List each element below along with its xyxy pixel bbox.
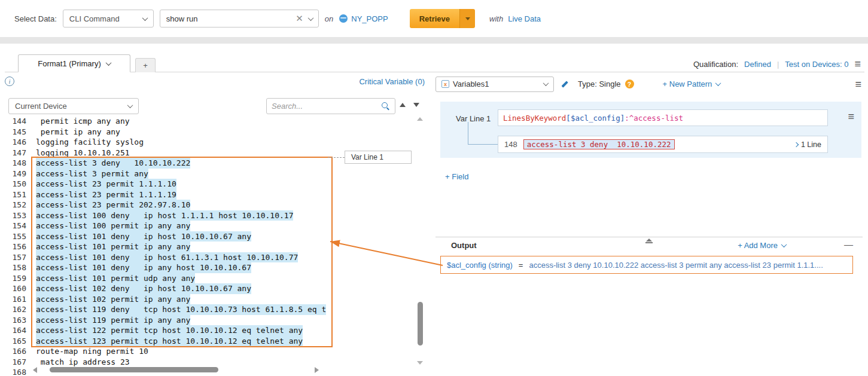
retrieve-dropdown-button[interactable]: [459, 9, 475, 28]
chevron-down-icon[interactable]: [306, 17, 318, 21]
var-line-tag[interactable]: Var Line 1: [345, 151, 412, 164]
line-number: 159: [5, 273, 26, 284]
info-icon[interactable]: i: [5, 77, 14, 86]
code-line[interactable]: 155access-list 101 deny ip host 10.10.10…: [5, 231, 416, 242]
code-line[interactable]: 166route-map ning permit 10: [5, 346, 416, 357]
code-line[interactable]: 154access-list 100 permit ip any any: [5, 221, 416, 231]
line-text: access-list 101 permit udp any any: [36, 273, 195, 284]
match-result-row[interactable]: 148 access-list 3 deny 10.10.10.222 1 Li…: [498, 136, 828, 153]
output-variable-row[interactable]: $acl_config (string) = access-list 3 den…: [440, 256, 853, 274]
device-scope-value: Current Device: [15, 102, 67, 111]
add-field-link[interactable]: + Field: [445, 172, 468, 181]
code-line[interactable]: 167 match ip address 23: [5, 357, 416, 368]
line-number: 161: [5, 294, 26, 305]
top-toolbar: Select Data: CLI Command ✕ on NY_POPP Re…: [0, 0, 868, 37]
new-pattern-button[interactable]: + New Pattern: [663, 80, 721, 88]
edit-pencil-icon[interactable]: [560, 80, 569, 88]
code-line[interactable]: 151access-list 23 permit 1.1.1.19: [5, 189, 416, 200]
scroll-down-arrow[interactable]: [417, 361, 423, 365]
line-text: access-list 23 permit 1.1.1.10: [36, 179, 176, 189]
line-number: 152: [5, 200, 26, 210]
code-line[interactable]: 156access-list 101 permit ip any any: [5, 242, 416, 252]
device-icon: [339, 14, 348, 23]
chevron-down-icon: [142, 15, 148, 21]
add-tab-button[interactable]: +: [135, 58, 156, 72]
line-number: 146: [5, 137, 26, 148]
chevron-down-icon: [127, 102, 133, 108]
search-box[interactable]: [266, 98, 395, 114]
app-root: Select Data: CLI Command ✕ on NY_POPP Re…: [0, 0, 868, 376]
horizontal-scrollbar[interactable]: [33, 366, 319, 374]
toolbar-separator: [0, 37, 868, 44]
code-line[interactable]: 146logging facility syslog: [5, 137, 416, 148]
vertical-scrollbar[interactable]: [417, 117, 424, 365]
data-type-value: CLI Command: [69, 14, 120, 23]
variables-value: Variables1: [453, 80, 489, 88]
match-line-number: 148: [504, 140, 517, 149]
help-icon[interactable]: ?: [625, 80, 634, 88]
expression-function: LinesByKeyword: [503, 114, 566, 123]
pattern-card: Var Line 1 LinesByKeyword [$acl_config] …: [440, 102, 861, 158]
variables-dropdown[interactable]: x Variables1: [435, 77, 554, 92]
chevron-right-icon: [794, 142, 799, 146]
code-line[interactable]: 149access-list 3 permit any: [5, 169, 416, 179]
with-label: with: [489, 14, 503, 23]
menu-icon[interactable]: ≡: [848, 111, 854, 122]
code-line[interactable]: 150access-list 23 permit 1.1.1.10: [5, 179, 416, 189]
collapse-panel-icon[interactable]: [645, 239, 653, 243]
expression-suffix: :^access-list: [625, 114, 683, 123]
command-combo[interactable]: ✕: [160, 10, 319, 27]
line-text: access-list 119 deny tcp host 10.10.10.7…: [36, 304, 326, 315]
line-number: 166: [5, 346, 26, 357]
device-name: NY_POPP: [351, 14, 388, 23]
live-data-link[interactable]: Live Data: [508, 14, 541, 23]
scroll-right-arrow[interactable]: [315, 367, 319, 373]
find-next-button[interactable]: [413, 103, 419, 107]
output-variable-name: $acl_config (string): [447, 261, 513, 270]
horizontal-scrollbar-thumb[interactable]: [50, 367, 218, 372]
data-type-dropdown[interactable]: CLI Command: [63, 10, 154, 27]
line-text: access-list 100 deny ip host 1.1.1.1 hos…: [36, 210, 293, 221]
code-line[interactable]: 163access-list 119 permit ip any any: [5, 315, 416, 326]
menu-icon[interactable]: ≡: [855, 79, 861, 90]
command-input[interactable]: [160, 14, 293, 23]
search-icon[interactable]: [382, 102, 390, 111]
code-line[interactable]: 160access-list 102 deny ip host 10.10.10…: [5, 283, 416, 294]
output-header: Output + Add More —: [435, 237, 863, 253]
match-count[interactable]: 1 Line: [794, 140, 821, 149]
scroll-left-arrow[interactable]: [33, 367, 37, 373]
code-line[interactable]: 144 permit icmp any any: [5, 116, 416, 127]
line-number: 167: [5, 357, 26, 368]
line-number: 147: [5, 148, 26, 158]
code-line[interactable]: 153access-list 100 deny ip host 1.1.1.1 …: [5, 210, 416, 221]
code-line[interactable]: 157access-list 101 deny ip host 61.1.3.1…: [5, 252, 416, 263]
menu-icon[interactable]: ≡: [854, 59, 861, 69]
search-input[interactable]: [267, 102, 382, 111]
code-line[interactable]: 164access-list 122 permit tcp host 10.10…: [5, 325, 416, 336]
code-line[interactable]: 161access-list 102 permit ip any any: [5, 294, 416, 305]
device-scope-dropdown[interactable]: Current Device: [8, 98, 139, 114]
test-on-devices-link[interactable]: Test on Devices: 0: [785, 60, 848, 69]
add-more-button[interactable]: + Add More: [738, 241, 786, 250]
code-line[interactable]: 158access-list 101 deny ip any host 10.1…: [5, 262, 416, 273]
code-line[interactable]: 145 permit ip any any: [5, 127, 416, 137]
critical-variable-link[interactable]: Critical Variable (0): [359, 77, 425, 86]
scroll-up-arrow[interactable]: [417, 117, 423, 121]
pattern-expression-input[interactable]: LinesByKeyword [$acl_config] :^access-li…: [498, 109, 828, 126]
vertical-scrollbar-thumb[interactable]: [418, 302, 423, 346]
code-line[interactable]: 159access-list 101 permit udp any any: [5, 273, 416, 284]
device-link[interactable]: NY_POPP: [339, 14, 388, 23]
line-number: 156: [5, 242, 26, 252]
clear-icon[interactable]: ✕: [293, 13, 306, 24]
code-line[interactable]: 162access-list 119 deny tcp host 10.10.1…: [5, 304, 416, 315]
line-number: 150: [5, 179, 26, 189]
retrieve-button[interactable]: Retrieve: [410, 9, 459, 28]
find-previous-button[interactable]: [400, 103, 406, 107]
qualification-defined-link[interactable]: Defined: [744, 60, 771, 69]
minimize-button[interactable]: —: [844, 239, 853, 249]
tab-format1-primary[interactable]: Format1 (Primary): [18, 54, 130, 72]
line-text: logging 10.10.10.251: [36, 148, 130, 158]
retrieve-split-button: Retrieve: [410, 9, 475, 28]
code-line[interactable]: 165access-list 123 permit tcp host 10.10…: [5, 336, 416, 347]
code-line[interactable]: 152access-list 23 permit 202.97.8.10: [5, 200, 416, 210]
